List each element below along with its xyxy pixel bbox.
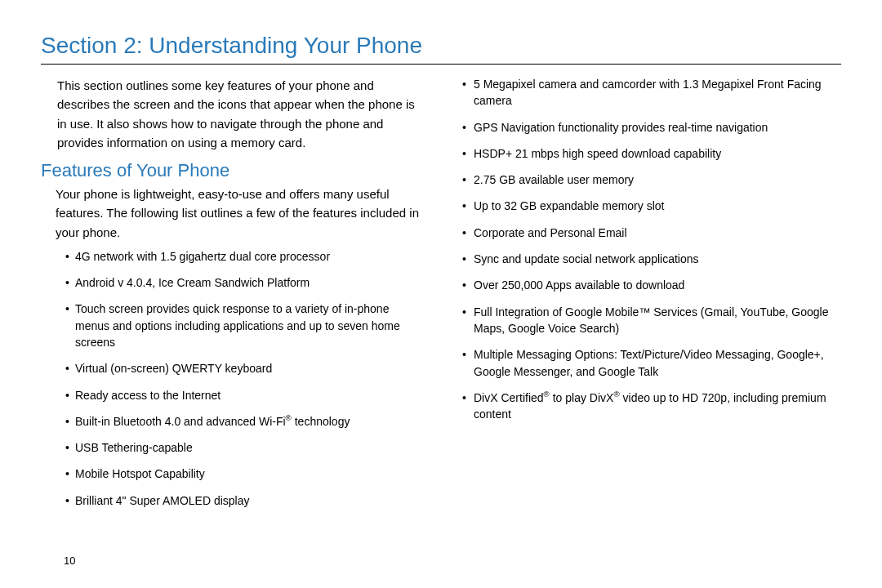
section-title: Section 2: Understanding Your Phone: [41, 33, 841, 59]
list-item: Brilliant 4" Super AMOLED display: [65, 492, 425, 509]
list-item: Touch screen provides quick response to …: [65, 301, 425, 350]
list-item: 2.75 GB available user memory: [462, 172, 841, 188]
section-rule: [41, 64, 841, 65]
features-list-right: 5 Megapixel camera and camcorder with 1.…: [457, 76, 841, 422]
list-item: Full Integration of Google Mobile™ Servi…: [462, 304, 841, 337]
list-item: Mobile Hotspot Capability: [65, 466, 425, 482]
column-layout: This section outlines some key features …: [41, 76, 841, 519]
list-item: DivX Certified® to play DivX® video up t…: [462, 390, 841, 423]
page-number: 10: [64, 555, 75, 567]
list-item: Corporate and Personal Email: [462, 225, 841, 241]
features-intro: Your phone is lightweight, easy-to-use a…: [41, 185, 425, 242]
right-column: 5 Megapixel camera and camcorder with 1.…: [457, 76, 841, 519]
list-item: USB Tethering-capable: [65, 439, 425, 456]
list-item: 4G network with 1.5 gigahertz dual core …: [65, 248, 425, 265]
page: Section 2: Understanding Your Phone This…: [0, 0, 882, 588]
list-item: Virtual (on-screen) QWERTY keyboard: [65, 360, 425, 376]
list-item: Android v 4.0.4, Ice Cream Sandwich Plat…: [65, 274, 425, 291]
list-item: Multiple Messaging Options: Text/Picture…: [462, 346, 841, 380]
section-intro: This section outlines some key features …: [41, 76, 425, 152]
list-item: Over 250,000 Apps available to download: [462, 277, 841, 293]
list-item: 5 Megapixel camera and camcorder with 1.…: [462, 76, 841, 109]
list-item: GPS Navigation functionality provides re…: [462, 119, 841, 136]
left-column: This section outlines some key features …: [41, 76, 425, 519]
list-item: Built-in Bluetooth 4.0 and advanced Wi-F…: [65, 413, 425, 430]
list-item: Sync and update social network applicati…: [462, 251, 841, 267]
features-list-left: 4G network with 1.5 gigahertz dual core …: [41, 248, 425, 509]
list-item: Ready access to the Internet: [65, 387, 425, 403]
list-item: HSDP+ 21 mbps high speed download capabi…: [462, 145, 841, 162]
list-item: Up to 32 GB expandable memory slot: [462, 198, 841, 214]
features-heading: Features of Your Phone: [41, 160, 425, 181]
